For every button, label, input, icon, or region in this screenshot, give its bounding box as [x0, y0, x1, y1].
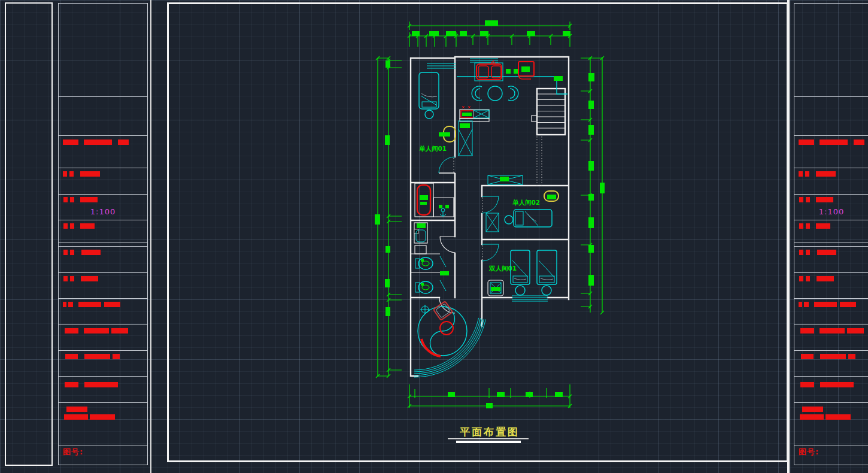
divider: [59, 242, 147, 242]
kitchen-counter: [457, 77, 567, 94]
divider: [794, 272, 868, 273]
divider: [794, 220, 868, 220]
redacted-text-bar: [840, 302, 856, 307]
divider: [794, 376, 868, 377]
cad-viewport[interactable]: 1:100 图号:: [0, 0, 868, 473]
bed-single-02: [486, 210, 552, 232]
redacted-text-bar: [854, 140, 864, 145]
stove: [518, 62, 534, 79]
redacted-text-bar: [63, 250, 68, 255]
kitchen-sink: [475, 60, 503, 81]
redacted-text-bar: [799, 140, 814, 145]
title-underline: [448, 438, 529, 439]
redacted-text-bar: [80, 171, 100, 177]
redacted-text-bar: [848, 354, 855, 359]
divider: [794, 168, 868, 168]
redacted-text-bar: [70, 223, 74, 229]
redacted-text-bar: [81, 250, 101, 255]
redacted-text-bar: [820, 140, 848, 145]
drawing-number-label: 图号:: [63, 447, 83, 457]
divider: [59, 246, 147, 247]
divider: [59, 298, 147, 299]
redacted-text-bar: [84, 382, 118, 387]
drawing-number-label: 图号:: [799, 447, 819, 457]
redacted-text-bar: [65, 354, 78, 359]
nightstand: [488, 280, 503, 296]
redacted-text-bar: [65, 382, 78, 387]
divider: [794, 242, 868, 242]
redacted-text-bar: [78, 302, 101, 307]
sheet-edge-line: [150, 0, 151, 473]
redacted-text-bar: [70, 250, 74, 255]
redacted-text-bar: [799, 223, 803, 229]
redacted-text-bar: [69, 171, 74, 177]
titleblock-left: 1:100 图号:: [58, 3, 148, 465]
redacted-text-bar: [804, 302, 809, 307]
divider: [59, 220, 147, 220]
bathtub: [415, 183, 454, 217]
bar-counter: [460, 106, 489, 122]
redacted-text-bar: [799, 302, 802, 307]
redacted-text-bar: [816, 171, 836, 177]
redacted-text-bar: [806, 276, 810, 281]
drawing-title: 平面布置图: [460, 426, 520, 438]
redacted-text-bar: [806, 250, 810, 255]
title-underline-thick: [456, 441, 521, 443]
redacted-text-bar: [70, 276, 74, 281]
redacted-text-bar: [799, 197, 803, 202]
divider: [794, 350, 868, 351]
divider: [59, 135, 147, 136]
redacted-text-bar: [80, 197, 98, 202]
divider: [59, 168, 147, 168]
redacted-text-bar: [816, 223, 830, 229]
divider: [59, 402, 147, 403]
divider: [59, 376, 147, 377]
dining-chairs: [472, 86, 518, 101]
stairs: [532, 89, 565, 186]
room-label-double01: 双人间01: [488, 265, 517, 272]
divider: [794, 402, 868, 403]
titleblock-right: 1:100 图号:: [794, 3, 868, 465]
divider: [794, 194, 868, 195]
divider: [59, 96, 147, 97]
redacted-text-bar: [64, 414, 88, 420]
redacted-text-bar: [825, 414, 851, 420]
redacted-text-bar: [84, 140, 112, 145]
redacted-text-bar: [816, 197, 833, 202]
redacted-text-bar: [799, 250, 803, 255]
redacted-text-bar: [801, 354, 814, 359]
redacted-text-bar: [63, 197, 68, 202]
redacted-text-bar: [806, 197, 810, 202]
scale-label: 1:100: [794, 207, 868, 216]
redacted-text-bar: [800, 414, 824, 420]
cabinet-x-top: [488, 175, 523, 184]
redacted-text-bar: [111, 328, 128, 333]
redacted-text-bar: [847, 328, 864, 333]
redacted-text-bar: [814, 302, 837, 307]
redacted-text-bar: [805, 171, 809, 177]
redacted-text-bar: [820, 328, 845, 333]
divider: [794, 325, 868, 325]
drawing-title-group: 平面布置图: [448, 426, 529, 443]
toilet-yellow-02: [544, 191, 559, 201]
redacted-text-bar: [90, 414, 115, 420]
redacted-text-bar: [65, 328, 78, 333]
room-label-single02: 单人间02: [512, 199, 540, 206]
redacted-text-bar: [81, 276, 98, 281]
round-sofa: [418, 301, 467, 356]
wardrobe: [459, 121, 472, 156]
bottom-dimension-chain: [408, 384, 572, 408]
divider: [59, 325, 147, 325]
redacted-text-bar: [800, 382, 814, 387]
redacted-text-bar: [63, 140, 78, 145]
titleblock-rows: 1:100 图号:: [794, 4, 868, 465]
redacted-text-bar: [63, 223, 68, 229]
redacted-text-bar: [118, 140, 129, 145]
divider: [794, 298, 868, 299]
redacted-text-bar: [817, 250, 836, 255]
divider: [59, 194, 147, 195]
toilet-yellow-01: [439, 126, 456, 142]
green-block: [440, 271, 449, 275]
divider: [794, 246, 868, 247]
redacted-text-bar: [63, 171, 67, 177]
